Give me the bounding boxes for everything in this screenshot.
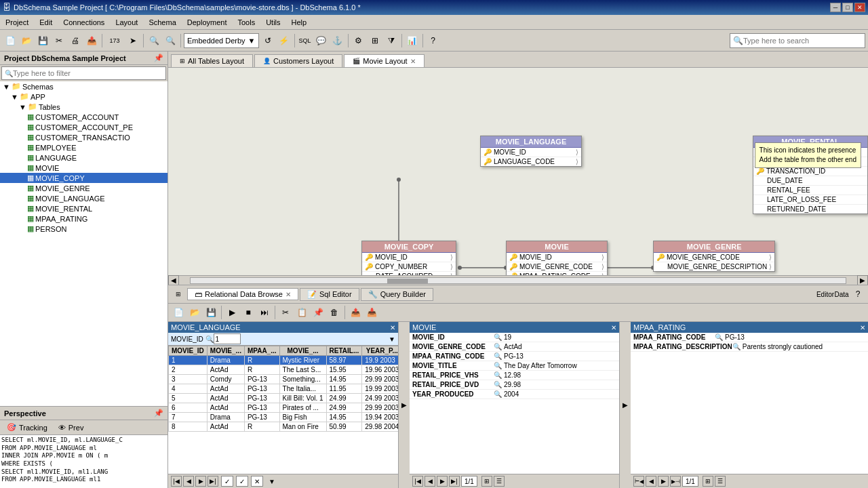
save-btn[interactable]: 💾 xyxy=(35,33,50,48)
tree-item-movie-rental[interactable]: ▦ MOVIE_RENTAL xyxy=(0,203,167,214)
filter-box[interactable]: 🔍 xyxy=(1,66,166,80)
tree-item-customer-account-pe[interactable]: ▦ CUSTOMER_ACCOUNT_PE xyxy=(0,122,167,132)
right-nav-first[interactable]: ⊢◀ xyxy=(633,476,644,487)
maximize-button[interactable]: □ xyxy=(842,3,853,12)
col-movie-col4[interactable]: MOVIE_... xyxy=(279,346,326,356)
mid-nav-first[interactable]: |◀ xyxy=(412,476,423,487)
tree-item-tables[interactable]: ▼ 📁 Tables xyxy=(0,102,167,112)
chat-btn[interactable]: 💬 xyxy=(314,33,329,48)
filter-btn[interactable]: ⧩ xyxy=(384,33,399,48)
tree-item-app[interactable]: ▼ 📁 APP xyxy=(0,92,167,102)
right-nav-next[interactable]: ▶ xyxy=(658,476,669,487)
tree-item-movie-copy[interactable]: ▦ MOVIE_COPY xyxy=(0,173,167,183)
perspective-pin-icon[interactable]: 📌 xyxy=(154,409,163,418)
table-row[interactable]: 6 ActAd PG-13 Pirates of ... 24.99 29.99… xyxy=(169,403,399,413)
arrow-btn[interactable]: ➤ xyxy=(125,33,140,48)
bt-open[interactable]: 📂 xyxy=(187,305,202,320)
bt-save[interactable]: 💾 xyxy=(203,305,218,320)
open-btn[interactable]: 📂 xyxy=(19,33,34,48)
tree-item-person[interactable]: ▦ PERSON xyxy=(0,224,167,234)
title-bar-controls[interactable]: ─ □ ✕ xyxy=(830,3,865,12)
bt-stop[interactable]: ■ xyxy=(241,305,256,320)
minimize-button[interactable]: ─ xyxy=(830,3,841,12)
bt-run[interactable]: ▶ xyxy=(224,305,239,320)
menu-connections[interactable]: Connections xyxy=(58,17,110,28)
tab-sql-editor[interactable]: 📝 Sql Editor xyxy=(300,288,359,301)
bt-export[interactable]: 📤 xyxy=(348,305,363,320)
tab-all-tables[interactable]: ⊞ All Tables Layout xyxy=(171,54,253,67)
right-nav-last[interactable]: ▶⊣ xyxy=(670,476,681,487)
search-box[interactable]: 🔍 xyxy=(730,33,865,48)
sql-btn[interactable]: SQL xyxy=(298,33,313,48)
grid-btn[interactable]: ⊞ xyxy=(368,33,382,48)
bottom-expand-btn[interactable]: ⊞ xyxy=(171,287,186,302)
left-nav-controls[interactable]: |◀ ◀ ▶ ▶| xyxy=(171,476,218,487)
movie-language-grid[interactable]: MOVIE_ID MOVIE_... MPAA_... MOVIE_... RE… xyxy=(168,346,398,474)
tree-item-language[interactable]: ▦ LANGUAGE xyxy=(0,152,167,163)
cut-btn[interactable]: ✂ xyxy=(52,33,66,48)
table-row[interactable]: 7 Drama PG-13 Big Fish 14.95 19.94 2003 xyxy=(169,413,399,422)
menu-tools[interactable]: Tools xyxy=(232,17,260,28)
report-btn[interactable]: 📊 xyxy=(405,33,420,48)
search-input[interactable] xyxy=(743,37,859,45)
menu-schema[interactable]: Schema xyxy=(143,17,181,28)
right-nav-prev[interactable]: ◀ xyxy=(646,476,656,487)
table-row[interactable]: 3 Comdy PG-13 Something... 14.95 29.99 2… xyxy=(169,375,399,384)
ml-header-close[interactable]: ✕ xyxy=(390,324,395,331)
bt-cut[interactable]: ✂ xyxy=(278,305,293,320)
bt-import[interactable]: 📥 xyxy=(364,305,379,320)
refresh-btn[interactable]: ↺ xyxy=(260,33,275,48)
diagram-movie-language[interactable]: MOVIE_LANGUAGE 🔑 MOVIE_ID ⟩ 🔑 LANGUAGE_C… xyxy=(480,136,582,167)
nav-next-btn[interactable]: ▶ xyxy=(195,476,206,487)
tree-item-schemas[interactable]: ▼ 📁 Schemas xyxy=(0,81,167,92)
tab-close-icon[interactable]: ✕ xyxy=(410,58,416,65)
mpaa-header-close[interactable]: ✕ xyxy=(860,324,865,331)
nav-last-btn[interactable]: ▶| xyxy=(208,476,218,487)
movie-header-close[interactable]: ✕ xyxy=(611,324,616,331)
bt-step[interactable]: ⏭ xyxy=(257,305,272,320)
tab-customers[interactable]: 👤 Customers Layout xyxy=(254,54,342,67)
bt-del[interactable]: 🗑 xyxy=(327,305,342,320)
browse-tab-close[interactable]: ✕ xyxy=(285,291,291,298)
tree-item-mpaa-rating[interactable]: ▦ MPAA_RATING xyxy=(0,214,167,224)
preview-button[interactable]: 👁 Prev xyxy=(54,422,88,433)
data-btn[interactable]: Data xyxy=(834,287,849,302)
bt-paste[interactable]: 📌 xyxy=(311,305,326,320)
scroll-right-btn[interactable]: ▶ xyxy=(857,275,868,285)
tab-query-builder[interactable]: 🔧 Query Builder xyxy=(361,288,433,301)
menu-help[interactable]: Help xyxy=(286,17,313,28)
close-button[interactable]: ✕ xyxy=(854,3,865,12)
zoom-in-btn[interactable]: 🔍 xyxy=(163,33,178,48)
connect-btn[interactable]: ⚡ xyxy=(277,33,292,48)
tree-item-movie-language[interactable]: ▦ MOVIE_LANGUAGE xyxy=(0,193,167,203)
help2-btn[interactable]: ? xyxy=(850,287,865,302)
table-row[interactable]: 4 ActAd PG-13 The Italia... 11.95 19.99 … xyxy=(169,384,399,394)
table-row[interactable]: 5 ActAd PG-13 Kill Bill: Vol. 1 24.99 24… xyxy=(169,394,399,403)
zoom-out-btn[interactable]: 🔍 xyxy=(146,33,161,48)
layout-btn[interactable]: 173 xyxy=(105,33,124,48)
table-row[interactable]: 2 ActAd R The Last S... 15.95 19.96 2003 xyxy=(169,365,399,375)
diagram-movie-genre[interactable]: MOVIE_GENRE 🔑 MOVIE_GENRE_CODE ⟩ MOVIE_G… xyxy=(653,241,775,272)
filter-input[interactable] xyxy=(13,69,163,77)
mid-view-btn2[interactable]: ☰ xyxy=(494,476,505,487)
right-view-btn1[interactable]: ⊞ xyxy=(703,476,713,487)
menu-deployment[interactable]: Deployment xyxy=(182,17,233,28)
menu-project[interactable]: Project xyxy=(0,17,34,28)
right-view-controls[interactable]: ⊞ ☰ xyxy=(703,476,726,487)
filter-dropdown[interactable]: ▼ xyxy=(389,336,395,343)
pin-icon[interactable]: 📌 xyxy=(154,54,163,62)
table-row[interactable]: 1 Drama R Mystic River 58.97 19.9 2003 xyxy=(169,356,399,365)
mid-view-btn1[interactable]: ⊞ xyxy=(481,476,492,487)
menu-utils[interactable]: Utils xyxy=(260,17,285,28)
right-nav-controls[interactable]: ⊢◀ ◀ ▶ ▶⊣ xyxy=(633,476,681,487)
scroll-thumb[interactable] xyxy=(387,279,428,284)
col-mpaa[interactable]: MPAA_... xyxy=(244,346,279,356)
right-view-btn2[interactable]: ☰ xyxy=(715,476,726,487)
mid-nav-controls[interactable]: |◀ ◀ ▶ ▶| xyxy=(412,476,460,487)
mid-nav-last[interactable]: ▶| xyxy=(449,476,460,487)
menu-layout[interactable]: Layout xyxy=(110,17,143,28)
table-row[interactable]: 8 ActAd R Man on Fire 50.99 29.98 2004 xyxy=(169,422,399,432)
nav-prev-btn[interactable]: ◀ xyxy=(183,476,194,487)
tree-item-employee[interactable]: ▦ EMPLOYEE xyxy=(0,142,167,152)
tree-item-customer-transaction[interactable]: ▦ CUSTOMER_TRANSACTIO xyxy=(0,132,167,142)
